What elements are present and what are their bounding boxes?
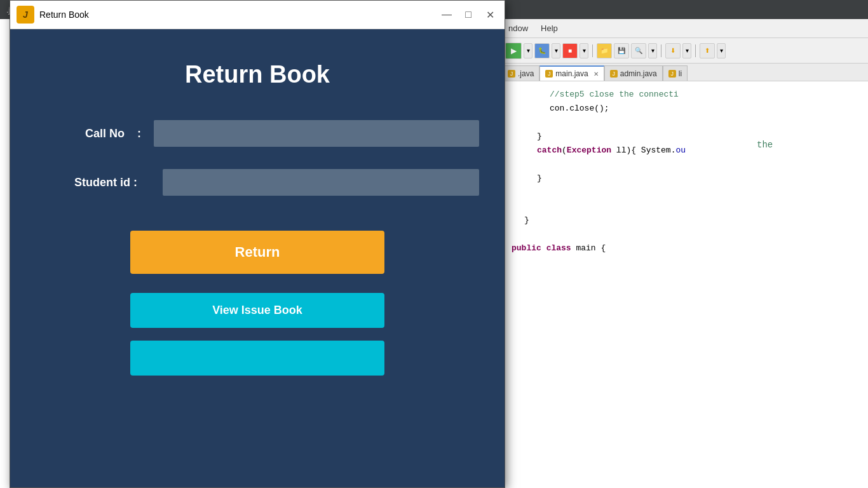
debug-button[interactable]: 🐛	[534, 43, 550, 58]
code-text-1: con.close();	[512, 104, 609, 113]
tab-admin-java[interactable]: J admin.java	[604, 65, 663, 81]
code-line-2: con.close();	[512, 102, 858, 116]
open-folder[interactable]: 📁	[597, 43, 612, 58]
code-catch-line: catch(Exception ll){ System.ou	[512, 146, 686, 155]
code-text-2: }	[512, 132, 542, 141]
code-line-9	[512, 200, 858, 214]
code-line-5: catch(Exception ll){ System.ou	[512, 144, 858, 158]
tab-icon-java: J	[508, 70, 515, 78]
tab-icon-li: J	[668, 70, 676, 78]
toolbar-sep-3	[695, 44, 696, 57]
tab-icon-main: J	[545, 70, 553, 78]
code-line-11	[512, 227, 858, 241]
minimize-button[interactable]: —	[438, 6, 455, 23]
call-no-colon: :	[137, 127, 141, 140]
dialog-title-text: Return Book	[39, 10, 433, 20]
search-files[interactable]: 🔍	[631, 43, 646, 58]
maximize-button[interactable]: □	[460, 6, 477, 23]
close-button[interactable]: ✕	[482, 6, 498, 23]
return-book-dialog: J Return Book — □ ✕ Return Book Call No …	[10, 0, 505, 488]
code-line-12: public class main {	[512, 241, 858, 255]
tab-label-admin: admin.java	[620, 69, 657, 78]
download-btn[interactable]: ⬇	[665, 43, 681, 58]
code-line-4: }	[512, 130, 858, 144]
code-line-8	[512, 186, 858, 200]
toolbar-dropdown-6[interactable]: ▾	[717, 43, 726, 58]
save-file[interactable]: 💾	[614, 43, 629, 58]
toolbar-dropdown-5[interactable]: ▾	[682, 43, 691, 58]
return-button[interactable]: Return	[130, 231, 384, 274]
call-no-input[interactable]	[154, 120, 479, 147]
code-comment-1: //step5 close the connecti	[512, 90, 679, 99]
upload-btn[interactable]: ⬆	[700, 43, 715, 58]
code-class: class	[546, 243, 571, 253]
code-public: public	[512, 243, 541, 253]
tab-close-main[interactable]: ✕	[593, 71, 599, 78]
code-classname: main {	[576, 243, 606, 253]
code-line-7: }	[512, 172, 858, 186]
titlebar-controls: — □ ✕	[438, 6, 498, 23]
eclipse-tabs-bar: J .java J main.java ✕ J admin.java J li	[502, 64, 868, 81]
menu-item-help[interactable]: Help	[541, 24, 558, 33]
toolbar-dropdown-4[interactable]: ▾	[648, 43, 657, 58]
student-id-label: Student id :	[36, 176, 137, 189]
toolbar-sep-2	[661, 44, 661, 57]
stop-button[interactable]: ■	[562, 43, 578, 58]
eclipse-toolbar: ▶ ▾ 🐛 ▾ ■ ▾ 📁 💾 🔍 ▾ ⬇ ▾ ⬆ ▾	[502, 38, 868, 64]
tab-label-java: .java	[518, 69, 534, 78]
java-icon: J	[17, 6, 34, 24]
call-no-row: Call No :	[36, 120, 479, 147]
tab-main-java[interactable]: J main.java ✕	[539, 65, 604, 81]
code-line-6	[512, 158, 858, 172]
call-no-label: Call No	[36, 127, 125, 140]
another-button[interactable]	[130, 341, 384, 376]
toolbar-dropdown-2[interactable]: ▾	[552, 43, 560, 58]
toolbar-dropdown-3[interactable]: ▾	[580, 43, 588, 58]
tab-icon-admin: J	[610, 70, 618, 78]
toolbar-sep-1	[592, 44, 593, 57]
dialog-titlebar: J Return Book — □ ✕	[10, 1, 505, 29]
eclipse-code-area[interactable]: //step5 close the connecti con.close(); …	[502, 81, 868, 488]
tab-label-li: li	[679, 69, 682, 78]
code-line-10: }	[512, 214, 858, 227]
dialog-content: Return Book Call No : Student id : Retur…	[10, 29, 505, 487]
dialog-heading: Return Book	[185, 61, 330, 88]
student-id-input[interactable]	[163, 169, 479, 196]
eclipse-menubar: ndow Help	[502, 19, 868, 38]
code-line-3	[512, 116, 858, 130]
tab-label-main: main.java	[555, 69, 588, 78]
tab-li[interactable]: J li	[663, 65, 688, 81]
tab-java[interactable]: J .java	[502, 65, 539, 81]
code-line-1: //step5 close the connecti	[512, 88, 858, 102]
code-text-3: }	[512, 173, 542, 183]
menu-item-ndow[interactable]: ndow	[508, 24, 528, 33]
the-text-detection: the	[757, 140, 773, 150]
view-issue-button[interactable]: View Issue Book	[130, 293, 384, 328]
toolbar-dropdown-1[interactable]: ▾	[524, 43, 532, 58]
code-text-4: }	[512, 215, 529, 225]
student-id-row: Student id :	[36, 169, 479, 196]
run-button[interactable]: ▶	[505, 43, 522, 59]
